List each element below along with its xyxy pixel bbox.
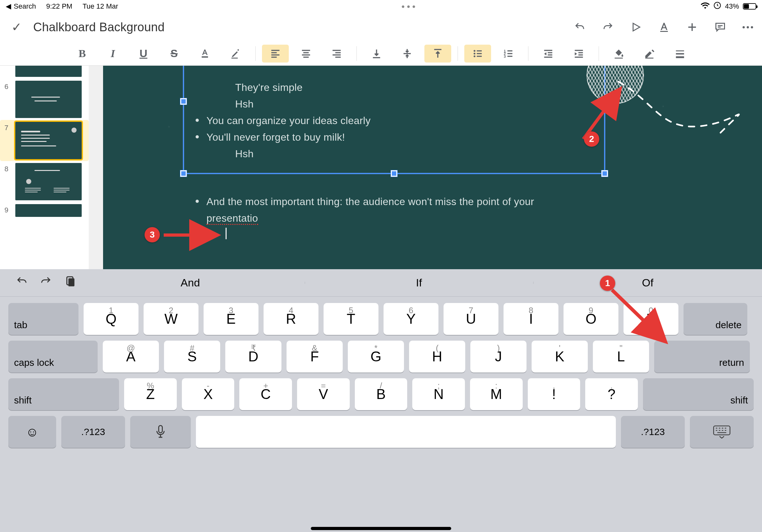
key-f[interactable]: &F xyxy=(286,341,343,372)
border-weight-button[interactable] xyxy=(667,45,693,62)
strikethrough-button[interactable]: S xyxy=(161,45,188,62)
key-dictation[interactable] xyxy=(130,416,191,448)
key-v[interactable]: =V xyxy=(297,378,350,410)
back-app-label[interactable]: Search xyxy=(14,2,36,11)
slide-bullet[interactable]: Hsh xyxy=(195,146,371,162)
text-format-button[interactable] xyxy=(658,21,670,33)
align-left-button[interactable] xyxy=(262,45,289,62)
format-toolbar: B I U S 123 xyxy=(0,41,762,66)
undo-button[interactable] xyxy=(574,21,585,33)
key-w[interactable]: 2W xyxy=(144,303,198,335)
key-t[interactable]: 5T xyxy=(324,303,378,335)
key-e[interactable]: 3E xyxy=(203,303,259,335)
ios-keyboard[interactable]: 1 And If Of tab 1Q 2W 3E 4R 5T 6Y 7U 8I … xyxy=(0,269,762,532)
rotation-lock-icon xyxy=(714,2,721,11)
misspelled-word[interactable]: presentatio xyxy=(206,212,258,225)
align-right-button[interactable] xyxy=(323,45,350,62)
key-shift-right[interactable]: shift xyxy=(643,378,754,410)
more-menu-button[interactable] xyxy=(742,26,753,29)
slide-thumb-selected[interactable]: 7 xyxy=(0,120,89,161)
slide-thumb[interactable]: 8 xyxy=(0,161,89,202)
key-shift-left[interactable]: shift xyxy=(8,378,119,410)
fill-color-button[interactable] xyxy=(605,45,632,62)
key-s[interactable]: #S xyxy=(164,341,220,372)
key-n[interactable]: ;N xyxy=(412,378,465,410)
slide-bullet[interactable]: They're simple xyxy=(195,79,371,96)
key-z[interactable]: %Z xyxy=(124,378,177,410)
slide-bullet[interactable]: Hsh xyxy=(195,96,371,112)
text-color-button[interactable] xyxy=(191,45,218,62)
slide-thumb[interactable]: 9 xyxy=(0,202,89,219)
numbered-list-button[interactable]: 123 xyxy=(495,45,522,62)
key-j[interactable]: )J xyxy=(470,341,526,372)
annotation-badge-3: 3 xyxy=(145,227,160,242)
key-a[interactable]: @A xyxy=(103,341,159,372)
key-emoji[interactable]: ☺ xyxy=(8,416,56,448)
present-button[interactable] xyxy=(630,21,642,33)
comments-button[interactable] xyxy=(715,21,726,33)
key-m[interactable]: :M xyxy=(470,378,523,410)
doc-title[interactable]: Chalkboard Background xyxy=(33,21,165,34)
slide-thumb[interactable] xyxy=(0,68,89,79)
home-indicator[interactable] xyxy=(311,527,451,530)
slide-bullet[interactable]: You'll never forget to buy milk! xyxy=(195,129,371,146)
annotation-badge-2: 2 xyxy=(584,131,599,147)
key-b[interactable]: /B xyxy=(355,378,408,410)
key-u[interactable]: 7U xyxy=(443,303,498,335)
border-color-button[interactable] xyxy=(636,45,663,62)
done-check-button[interactable]: ✓ xyxy=(12,20,22,34)
underline-button[interactable]: U xyxy=(130,45,157,62)
annotation-arrow-1 xyxy=(606,285,676,350)
key-q[interactable]: 1Q xyxy=(84,303,138,335)
key-capslock[interactable]: caps lock xyxy=(8,341,98,372)
redo-button[interactable] xyxy=(602,21,614,33)
key-c[interactable]: +C xyxy=(239,378,292,410)
italic-button[interactable]: I xyxy=(100,45,126,62)
valign-top-button[interactable] xyxy=(424,45,451,62)
kbd-clipboard-icon[interactable] xyxy=(64,275,76,290)
bold-button[interactable]: B xyxy=(69,45,96,62)
key-exclaim[interactable]: ,! xyxy=(528,378,580,410)
valign-bottom-button[interactable] xyxy=(363,45,390,62)
decorative-dashed-line xyxy=(615,79,762,163)
key-delete[interactable]: delete xyxy=(683,303,747,335)
suggestion-word[interactable]: And xyxy=(76,277,305,289)
slide-thumb[interactable]: 6 xyxy=(0,79,89,120)
svg-point-6 xyxy=(474,55,476,57)
bulleted-list-button[interactable] xyxy=(464,45,491,62)
key-g[interactable]: *G xyxy=(348,341,404,372)
multitask-dots-icon[interactable]: ●●● xyxy=(402,3,418,10)
key-h[interactable]: (H xyxy=(409,341,465,372)
key-tab[interactable]: tab xyxy=(8,303,79,335)
svg-rect-2 xyxy=(202,56,208,57)
key-question[interactable]: .? xyxy=(585,378,638,410)
slide-thumbnail-rail[interactable]: 6 7 8 xyxy=(0,66,89,269)
suggestion-word[interactable]: If xyxy=(305,277,534,289)
slide-canvas[interactable]: They're simple Hsh You can organize your… xyxy=(103,66,762,269)
key-i[interactable]: 8I xyxy=(503,303,559,335)
slide-bullet[interactable]: You can organize your ideas clearly xyxy=(195,112,371,129)
key-k[interactable]: 'K xyxy=(532,341,588,372)
battery-icon xyxy=(743,3,756,10)
kbd-redo-icon[interactable] xyxy=(39,276,52,290)
align-center-button[interactable] xyxy=(293,45,319,62)
key-x[interactable]: -X xyxy=(182,378,235,410)
back-caret-icon[interactable]: ◀ xyxy=(6,2,11,11)
key-d[interactable]: ₹D xyxy=(225,341,281,372)
key-r[interactable]: 4R xyxy=(264,303,319,335)
key-numsym-left[interactable]: .?123 xyxy=(61,416,125,448)
highlight-button[interactable] xyxy=(222,45,249,62)
slide-bullet[interactable]: And the most important thing: the audien… xyxy=(195,193,534,227)
key-y[interactable]: 6Y xyxy=(384,303,438,335)
slide-bullet-empty[interactable] xyxy=(195,228,534,239)
svg-rect-20 xyxy=(159,426,162,433)
svg-rect-19 xyxy=(68,279,74,287)
valign-middle-button[interactable] xyxy=(394,45,420,62)
indent-decrease-button[interactable] xyxy=(535,45,562,62)
key-dismiss-keyboard[interactable] xyxy=(690,416,754,448)
indent-increase-button[interactable] xyxy=(566,45,592,62)
key-space[interactable] xyxy=(196,416,616,448)
key-numsym-right[interactable]: .?123 xyxy=(621,416,685,448)
insert-button[interactable] xyxy=(686,21,698,33)
kbd-undo-icon[interactable] xyxy=(15,276,28,290)
